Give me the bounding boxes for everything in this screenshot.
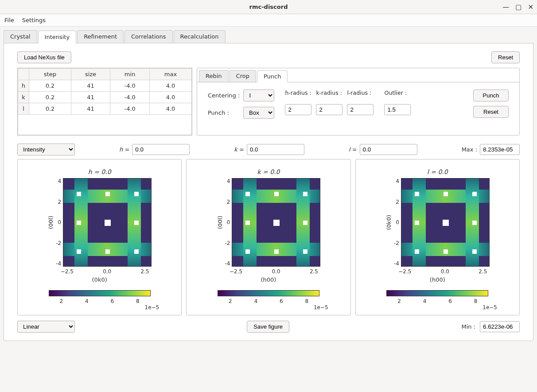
slice-mode-select[interactable]: Intensity [17,144,75,155]
close-icon[interactable]: ✕ [528,3,533,11]
heatmap [232,178,320,267]
reset-punch-button[interactable]: Reset [473,106,509,118]
plot-panel-0: h = 0.0(00l)420-2-4−2.50.02.5(0k0)24681e… [17,159,182,315]
h-slice-label: h = [119,146,129,153]
xlabel: (h00) [365,276,510,283]
centering-label: Centering : [208,92,240,99]
l-radius-input[interactable] [347,104,374,115]
punch-panel: Rebin Crop Punch Centering : I Punch : B… [197,68,520,136]
ylabel: (00l) [47,216,54,229]
yticks: 420-2-4 [56,178,61,267]
tab-intensity[interactable]: Intensity [38,31,77,43]
plot-panel-2: l = 0.0(0k0)420-2-4−2.50.02.5(h00)24681e… [355,159,520,315]
minimize-icon[interactable]: — [502,3,509,11]
subtab-rebin[interactable]: Rebin [199,70,229,82]
table-row: l 0.2 41 -4.0 4.0 [18,103,192,115]
titlebar: rmc-discord — ▢ ✕ [0,0,537,14]
plot-title: h = 0.0 [88,168,111,175]
menu-file[interactable]: File [4,17,14,23]
window-title: rmc-discord [249,4,288,10]
yticks: 420-2-4 [394,178,399,267]
xticks: −2.50.02.5 [398,268,487,275]
outlier-input[interactable] [384,104,411,115]
menubar: File Settings [0,14,537,27]
subtab-crop[interactable]: Crop [230,70,256,82]
menu-settings[interactable]: Settings [22,17,46,23]
maximize-icon[interactable]: ▢ [515,3,521,11]
tab-refinement[interactable]: Refinement [77,30,124,43]
save-figure-button[interactable]: Save figure [247,321,289,333]
scale-mode-select[interactable]: Linear [17,321,75,333]
main-tab-strip: Crystal Intensity Refinement Correlation… [4,30,533,43]
k-radius-label: k-radius : [316,89,342,96]
h-slice-input[interactable] [132,144,190,155]
load-nexus-button[interactable]: Load NeXus file [17,51,71,63]
xticks: −2.50.02.5 [61,268,149,275]
max-input[interactable] [480,144,520,155]
punch-type-select[interactable]: Box [243,107,274,119]
table-row: k 0.2 41 -4.0 4.0 [18,92,192,103]
h-radius-input[interactable] [285,104,311,115]
axis-table: step size min max h 0.2 41 -4.0 4.0 [17,68,192,136]
heatmap [63,178,152,267]
centering-select[interactable]: I [243,89,274,101]
tab-crystal[interactable]: Crystal [4,30,37,43]
intensity-tab-content: Load NeXus file Reset step size min max [4,43,533,341]
l-slice-label: l = [349,146,357,153]
ylabel: (00l) [217,216,223,229]
punch-type-label: Punch : [208,109,240,116]
min-label: Min : [461,323,475,330]
k-slice-input[interactable] [247,144,304,155]
reset-top-button[interactable]: Reset [491,51,520,63]
outlier-label: Outlier : [384,89,411,96]
col-step: step [29,69,71,80]
xlabel: (0k0) [27,276,172,283]
h-radius-label: h-radius : [285,89,311,96]
col-min: min [110,69,150,80]
l-radius-label: l-radius : [347,89,374,96]
tab-correlations[interactable]: Correlations [125,30,172,43]
colorbar: 24681e−5 [365,290,510,310]
subtab-punch[interactable]: Punch [257,70,288,82]
xticks: −2.50.02.5 [230,268,318,275]
plot-title: k = 0.0 [257,168,280,175]
xlabel: (h00) [195,276,341,283]
plot-panel-1: k = 0.0(00l)420-2-4−2.50.02.5(h00)24681e… [186,159,350,315]
colorbar: 24681e−5 [27,290,172,310]
colorbar: 24681e−5 [195,290,341,310]
table-row: h 0.2 41 -4.0 4.0 [18,80,192,92]
l-slice-input[interactable] [360,144,417,155]
col-size: size [71,69,110,80]
heatmap [401,178,490,267]
k-slice-label: k = [234,146,244,153]
punch-button[interactable]: Punch [473,89,509,101]
ylabel: (0k0) [385,215,392,230]
k-radius-input[interactable] [316,104,342,115]
col-max: max [150,69,192,80]
tab-recalculation[interactable]: Recalculation [174,30,226,43]
max-label: Max : [462,146,477,153]
min-input[interactable] [480,321,520,332]
plot-title: l = 0.0 [427,168,448,175]
yticks: 420-2-4 [225,178,230,267]
